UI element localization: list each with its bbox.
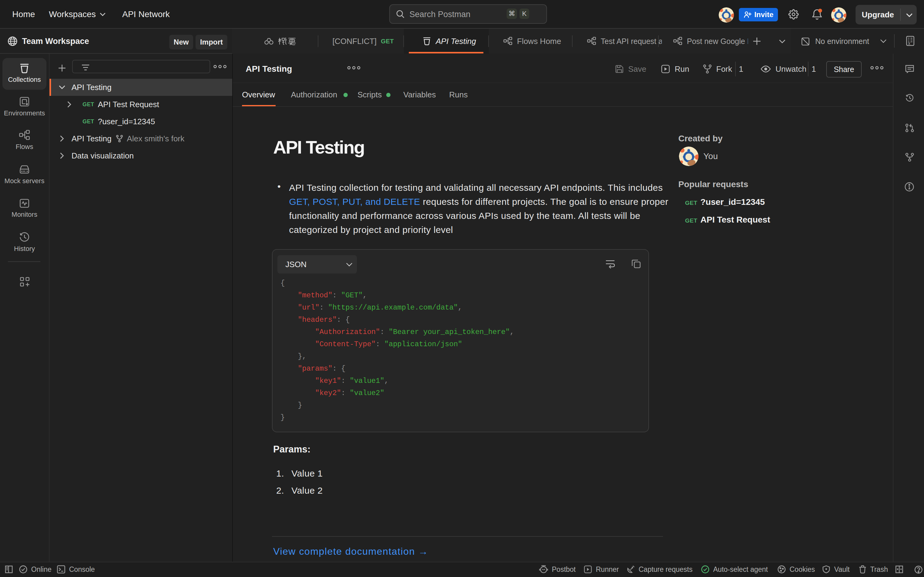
svg-text:x: x (908, 41, 910, 46)
